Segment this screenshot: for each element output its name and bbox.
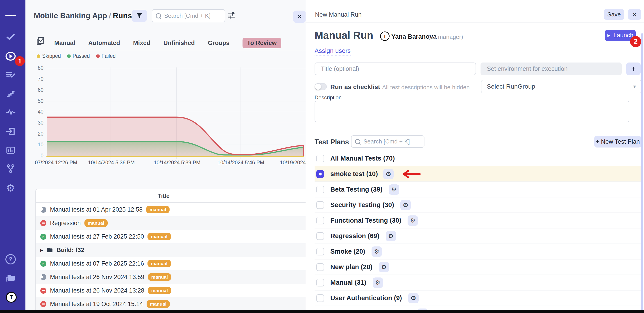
- drawer-close-button[interactable]: ✕: [628, 9, 641, 20]
- plan-checkbox-checked[interactable]: [316, 170, 324, 178]
- plan-checkbox[interactable]: [316, 294, 324, 302]
- run-title-field[interactable]: [314, 62, 476, 75]
- plan-checkbox[interactable]: [316, 263, 324, 271]
- menu-icon[interactable]: [6, 10, 16, 20]
- steps-stairs-icon[interactable]: [6, 88, 16, 99]
- table-row[interactable]: Manual tests at 26 Nov 2024 13:28 manual: [36, 284, 306, 297]
- plan-settings-button[interactable]: ⚙: [373, 278, 383, 288]
- table-row[interactable]: Manual tests at 19 Oct 2024 15:14 manual: [36, 297, 306, 311]
- plan-settings-button[interactable]: ⚙: [372, 246, 382, 257]
- test-plan-row[interactable]: Security Testing (30) ⚙: [314, 197, 641, 213]
- help-icon[interactable]: ?: [6, 254, 16, 264]
- plan-settings-button[interactable]: ⚙: [379, 262, 389, 272]
- run-as-checklist-toggle[interactable]: [314, 83, 327, 90]
- runs-search[interactable]: [152, 9, 225, 22]
- plan-checkbox[interactable]: [316, 186, 324, 193]
- tab-to-review[interactable]: To Review: [242, 38, 281, 48]
- runs-play-icon[interactable]: [6, 51, 16, 61]
- table-row[interactable]: Manual tests at 01 Apr 2025 12:58 manual: [36, 203, 306, 216]
- test-plan-row[interactable]: Smoke (20) ⚙: [314, 244, 641, 260]
- tab-automated[interactable]: Automated: [88, 40, 120, 46]
- test-plan-row[interactable]: All Manual Tests (70): [314, 151, 641, 166]
- table-row[interactable]: Manual tests at 07 Feb 2025 22:16 manual: [36, 257, 306, 270]
- import-signin-icon[interactable]: [6, 126, 16, 137]
- run-heading: Manual Run: [314, 29, 373, 41]
- chart-series-svg: [46, 66, 304, 158]
- breadcrumb-project[interactable]: Mobile Banking App: [34, 11, 107, 20]
- sidebar: 1 ⚙ ? T: [0, 0, 26, 313]
- tab-manual[interactable]: Manual: [54, 40, 75, 46]
- plan-checkbox[interactable]: [316, 248, 324, 255]
- filter-button[interactable]: [132, 10, 147, 22]
- test-plan-row[interactable]: Manual (31) ⚙: [314, 275, 641, 291]
- environment-field[interactable]: [480, 62, 622, 75]
- test-plans-search[interactable]: [351, 135, 424, 148]
- runs-search-input[interactable]: [164, 12, 221, 19]
- plan-settings-button[interactable]: ⚙: [389, 184, 399, 195]
- tab-unfinished[interactable]: Unfinished: [164, 40, 195, 46]
- tests-check-icon[interactable]: [6, 32, 16, 42]
- pulse-activity-icon[interactable]: [6, 107, 16, 117]
- gear-icon: ⚙: [391, 186, 396, 193]
- failed-dot-icon: [96, 54, 100, 58]
- failed-icon: [40, 288, 46, 294]
- plan-checkbox[interactable]: [316, 201, 324, 209]
- projects-folder-icon[interactable]: [6, 273, 16, 283]
- plan-checkbox[interactable]: [316, 217, 324, 224]
- analytics-chart-icon[interactable]: [6, 145, 16, 155]
- add-environment-button[interactable]: +: [626, 62, 640, 75]
- search-icon: [156, 13, 161, 18]
- in-progress-icon: [40, 274, 46, 280]
- results-list-icon[interactable]: [6, 69, 16, 80]
- run-title-input[interactable]: [320, 65, 470, 73]
- test-plan-row[interactable]: Beta Testing (39) ⚙: [314, 182, 641, 197]
- plan-settings-button[interactable]: ⚙: [400, 200, 411, 210]
- save-button[interactable]: Save: [604, 9, 624, 20]
- table-row-folder[interactable]: ▸ Build: f32: [36, 243, 306, 257]
- assign-users-link[interactable]: Assign users: [314, 47, 350, 56]
- new-test-plan-button[interactable]: + New Test Plan: [594, 136, 641, 148]
- panel-close-button[interactable]: ✕: [293, 10, 306, 23]
- plan-checkbox[interactable]: [316, 232, 324, 240]
- settings-gear-icon[interactable]: ⚙: [6, 183, 16, 193]
- manual-badge: manual: [148, 287, 171, 294]
- table-row[interactable]: Manual tests at 27 Feb 2025 22:50 manual: [36, 230, 306, 243]
- test-plans-search-input[interactable]: [363, 138, 420, 145]
- legend-skipped: Skipped: [37, 53, 61, 59]
- runs-panel: Mobile Banking App/Runs ✕ M: [26, 0, 306, 313]
- runs-tabs: Manual Automated Mixed Unfinished Groups…: [54, 38, 281, 48]
- table-row[interactable]: Regression manual: [36, 216, 306, 230]
- checklist-hint: All test descriptions will be hidden: [382, 84, 470, 91]
- user-avatar-logo[interactable]: T: [6, 292, 17, 303]
- annotation-arrow-left: [402, 170, 421, 178]
- manager-role: (as manager): [428, 33, 463, 40]
- branches-icon[interactable]: [6, 163, 16, 174]
- plan-settings-button[interactable]: ⚙: [408, 215, 418, 226]
- select-runs-button[interactable]: [36, 37, 44, 45]
- environment-input[interactable]: [486, 65, 616, 73]
- drawer-scrollbar[interactable]: [641, 33, 643, 310]
- description-textarea[interactable]: [314, 101, 629, 122]
- plan-settings-button[interactable]: ⚙: [408, 293, 418, 303]
- test-plan-row[interactable]: User Authentication (9) ⚙: [314, 291, 641, 306]
- tab-groups[interactable]: Groups: [208, 40, 230, 46]
- test-plan-row[interactable]: Regression (69) ⚙: [314, 228, 641, 244]
- plan-settings-button[interactable]: ⚙: [383, 169, 394, 179]
- plan-settings-button[interactable]: ⚙: [386, 231, 396, 241]
- rungroup-select[interactable]: Select RunGroup ▾: [481, 80, 642, 93]
- checklist-icon: [36, 37, 44, 45]
- test-plan-row-selected[interactable]: smoke test (10) ⚙: [314, 166, 641, 182]
- test-plan-row[interactable]: New plan (20) ⚙: [314, 260, 641, 275]
- view-settings-button[interactable]: [228, 12, 236, 19]
- caret-right-icon[interactable]: ▸: [40, 247, 43, 253]
- test-plan-row[interactable]: Functional Testing (30) ⚙: [314, 213, 641, 228]
- app-root: 1 ⚙ ? T Mobile Bankin: [0, 0, 644, 313]
- bottom-scroll-bar[interactable]: [0, 310, 644, 313]
- plan-checkbox[interactable]: [316, 279, 324, 287]
- funnel-icon: [136, 12, 143, 19]
- plan-checkbox[interactable]: [316, 155, 324, 162]
- failed-icon: [40, 301, 46, 307]
- gear-icon: ⚙: [374, 248, 380, 255]
- table-row[interactable]: Manual tests at 26 Nov 2024 13:59 manual: [36, 270, 306, 284]
- tab-mixed[interactable]: Mixed: [133, 40, 150, 46]
